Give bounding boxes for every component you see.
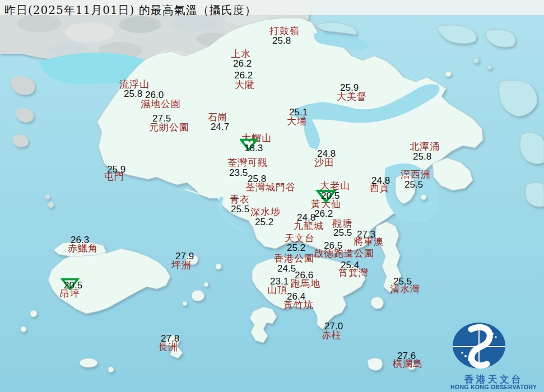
tap-mun-island [445, 71, 451, 77]
station-temperature-value: 26.3 [71, 235, 89, 245]
small-island [216, 264, 221, 269]
station-temperature-value: 27.9 [175, 251, 194, 261]
map-title: 昨日(2025年11月01日) 的最高氣溫（攝氏度） [4, 3, 257, 18]
station-name: 大隴 [235, 80, 255, 90]
station-temperature-value: 24.8 [297, 213, 315, 222]
station-temperature-value: 25.5 [404, 180, 423, 189]
station-temperature-value: 26.4 [287, 292, 305, 301]
station-temperature-value: 24.8 [317, 149, 336, 158]
station-temperature-value: 27.5 [152, 114, 171, 123]
station-temperature-value: 26.2 [233, 59, 252, 68]
station-name: 天文台 [285, 234, 315, 243]
station-temperature-value: 26.2 [234, 71, 253, 80]
soko-islands [80, 358, 97, 367]
station-name: 元朗公園 [149, 123, 189, 132]
station-temperature-value: 18.3 [244, 143, 263, 153]
station-temperature-value: 25.5 [333, 228, 352, 237]
station-name: 大美督 [337, 92, 367, 101]
station-temperature-value: 23.5 [229, 168, 248, 178]
small-island [30, 310, 37, 317]
station-temperature-value: 27.0 [324, 321, 343, 331]
po-toi-island [368, 358, 383, 370]
small-island [183, 301, 187, 306]
station-name: 上水 [231, 49, 251, 59]
station-temperature-value: 20.5 [64, 281, 82, 290]
shelter-island [421, 194, 426, 200]
station-temperature-value: 25.2 [255, 217, 273, 227]
station-temperature-value: 25.1 [289, 108, 308, 117]
tung-lung-chau-island [371, 297, 384, 309]
station-temperature-value: 25.8 [248, 174, 266, 184]
station-temperature-value: 25.8 [124, 89, 142, 99]
weather-map-screen: 昨日(2025年11月01日) 的最高氣溫（攝氏度） 打鼓嶺25.8上水26.2… [0, 0, 544, 392]
station-temperature-value: 25.2 [287, 243, 305, 253]
station-name: 坪洲 [171, 260, 192, 270]
station-temperature-value: 25.9 [340, 83, 359, 92]
station-temperature-value: 25.5 [231, 204, 249, 214]
station-temperature-value: 25.5 [393, 277, 412, 286]
station-name: 沙田 [314, 158, 334, 167]
station-name: 濕地公園 [141, 99, 181, 109]
small-island [108, 367, 114, 372]
station-name: 青衣 [230, 195, 250, 204]
station-temperature-value: 24.5 [277, 264, 296, 273]
station-name: 啟德跑道公園 [314, 249, 374, 258]
station-temperature-value: 24.8 [371, 176, 390, 185]
station-name: 流浮山 [119, 80, 150, 89]
station-temperature-value: 25.4 [341, 260, 359, 270]
station-temperature-value: 27.3 [357, 230, 375, 239]
station-name: 滘西洲 [401, 170, 431, 179]
station-temperature-value: 26.5 [324, 241, 342, 250]
station-name: 深水埗 [250, 207, 281, 217]
station-temperature-value: 26.0 [145, 90, 164, 100]
small-island [21, 326, 26, 332]
station-name: 石崗 [208, 113, 228, 122]
station-temperature-value: 26.6 [295, 270, 313, 280]
station-temperature-value: 27.6 [397, 351, 416, 361]
station-name: 打鼓嶺 [269, 26, 300, 36]
station-temperature-value: 20.5 [321, 191, 340, 200]
station-temperature-value: 26.2 [314, 209, 333, 218]
small-island [204, 282, 208, 287]
hko-logo-english-text: HONG KONG OBSERVATORY [450, 384, 537, 390]
station-name: 赤柱 [322, 330, 342, 340]
hko-logo: 香港天文台 HONG KONG OBSERVATORY [443, 319, 544, 392]
station-temperature-value: 27.8 [161, 334, 179, 343]
station-temperature-value: 25.9 [107, 165, 125, 174]
station-temperature-value: 25.8 [413, 152, 431, 161]
station-name: 大埔 [287, 116, 307, 126]
station-name: 荃灣可觀 [227, 158, 268, 167]
station-name: 北潭涌 [410, 142, 440, 151]
station-name: 香港公園 [274, 254, 314, 263]
station-temperature-value: 23.1 [270, 277, 289, 286]
hei-ling-chau-island [192, 290, 204, 301]
station-temperature-value: 24.7 [211, 122, 229, 132]
station-temperature-value: 25.8 [272, 36, 291, 45]
